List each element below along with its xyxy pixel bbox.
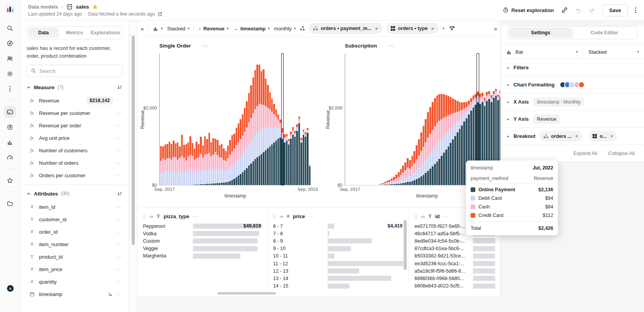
filter-add-icon[interactable] (449, 25, 455, 32)
bar[interactable] (273, 54, 275, 185)
section-header-measure[interactable]: Measure(7) (26, 80, 122, 94)
bar[interactable] (398, 54, 400, 185)
sort-icon[interactable] (117, 191, 122, 196)
quickviz-row[interactable]: 97325783-f5c4-5ce... (415, 290, 495, 290)
viz-type-dropdown[interactable]: Bar ▾ (501, 45, 583, 59)
bar[interactable] (292, 54, 294, 185)
bar[interactable] (267, 54, 268, 185)
bar[interactable] (452, 54, 454, 185)
bar[interactable] (261, 54, 262, 185)
bar[interactable] (236, 54, 237, 185)
quickviz-row[interactable]: 14 - 15 (273, 282, 403, 290)
field-item-number-of-customers[interactable]: fxNumber of customers··· (26, 144, 122, 157)
bar[interactable] (391, 54, 393, 185)
bar[interactable] (450, 54, 452, 185)
reset-exploration-button[interactable]: Reset exploration (503, 7, 554, 13)
disclosure-triangle-icon[interactable]: ▸ (507, 65, 509, 70)
bar[interactable] (198, 54, 199, 185)
bar[interactable] (454, 54, 456, 185)
bar[interactable] (160, 54, 162, 185)
search-input[interactable]: Search (26, 65, 122, 77)
section-breakout[interactable]: ▸ Breakout orders ... × o... × (501, 127, 644, 145)
bar[interactable] (179, 54, 180, 185)
price-scrollbar-thumb[interactable] (404, 220, 407, 270)
x-axis-chip[interactable]: timestamp : Monthly (533, 97, 584, 107)
quickviz-row[interactable]: 15 - 16 (273, 290, 403, 290)
bar[interactable] (171, 54, 172, 185)
highlighted-bar[interactable] (282, 54, 283, 185)
field-more-icon[interactable]: ··· (116, 135, 122, 141)
field-more-icon[interactable]: ··· (116, 266, 122, 272)
expand-panel-icon[interactable]: » (494, 25, 497, 32)
bar[interactable] (259, 54, 260, 185)
bar[interactable] (443, 54, 445, 185)
breakout-add-icon[interactable] (300, 26, 305, 31)
bar[interactable] (411, 54, 413, 185)
bar[interactable] (409, 54, 411, 185)
refresh-icon[interactable] (157, 12, 162, 17)
bar[interactable] (357, 54, 359, 185)
close-icon[interactable]: × (431, 26, 434, 32)
collapse-panel-icon[interactable]: « (141, 25, 144, 32)
field-more-icon[interactable]: ··· (116, 98, 122, 104)
field-item-quantity[interactable]: #quantity··· (26, 275, 122, 288)
bar[interactable] (382, 54, 384, 185)
section-y-axis[interactable]: ▸ Y Axis Revenue (501, 110, 644, 127)
bar[interactable] (212, 54, 214, 185)
bar[interactable] (307, 54, 308, 185)
date-hierarchy-icon[interactable] (108, 292, 113, 297)
y-axis-chip[interactable]: Revenue (533, 115, 560, 124)
disclosure-triangle-icon[interactable]: ▸ (507, 117, 509, 121)
disclosure-triangle-icon[interactable]: ▸ (507, 100, 509, 104)
section-x-axis[interactable]: ▸ X Axis timestamp : Monthly (501, 93, 644, 110)
bar[interactable] (200, 54, 201, 185)
bar[interactable] (242, 54, 243, 185)
field-more-icon[interactable]: ··· (116, 229, 122, 235)
bar[interactable] (208, 54, 210, 185)
compass-icon[interactable] (4, 37, 16, 49)
bar[interactable] (286, 54, 288, 185)
field-item-revenue-per-customer[interactable]: fxRevenue per customer··· (26, 107, 122, 119)
field-item-revenue[interactable]: fxRevenue$218,142··· (26, 94, 122, 107)
drag-handle-icon[interactable] (273, 214, 276, 219)
bar[interactable] (384, 54, 386, 185)
bar[interactable] (275, 54, 277, 185)
bar[interactable] (413, 54, 415, 185)
bar[interactable] (379, 54, 381, 185)
bar[interactable] (429, 54, 431, 185)
user-avatar[interactable]: A (7, 285, 14, 292)
bar[interactable] (279, 54, 281, 185)
bar[interactable] (352, 54, 354, 185)
bar[interactable] (277, 54, 279, 185)
bar[interactable] (448, 54, 450, 185)
bar[interactable] (395, 54, 397, 185)
gauge-icon[interactable] (4, 152, 16, 163)
bar[interactable] (368, 54, 370, 185)
header-more-icon[interactable] (635, 7, 636, 13)
bar[interactable] (359, 54, 361, 185)
bar[interactable] (377, 54, 379, 185)
bar[interactable] (177, 54, 178, 185)
close-icon[interactable]: × (375, 26, 378, 32)
bar[interactable] (196, 54, 197, 185)
field-more-icon[interactable]: ··· (116, 123, 122, 129)
tab-explorations[interactable]: Explorations (90, 28, 121, 38)
field-item-customer_id[interactable]: Tcustomer_id··· (26, 213, 122, 226)
close-icon[interactable]: × (575, 133, 578, 139)
quickviz-row[interactable]: Veggie (143, 245, 262, 252)
quickviz-menu-icon[interactable]: ··· (443, 213, 450, 219)
sort-icon[interactable] (117, 85, 122, 90)
field-more-icon[interactable]: ··· (116, 217, 122, 222)
field-item-item_id[interactable]: #item_id··· (26, 201, 122, 213)
bar[interactable] (407, 54, 409, 185)
field-item-number-of-orders[interactable]: fxNumber of orders··· (26, 157, 122, 169)
bar[interactable] (221, 54, 222, 185)
bar[interactable] (166, 54, 168, 185)
bar[interactable] (189, 54, 191, 185)
bar[interactable] (445, 54, 447, 185)
bar[interactable] (348, 54, 350, 185)
bar[interactable] (290, 54, 291, 185)
bar[interactable] (366, 54, 368, 185)
quickviz-row[interactable]: Custom (143, 237, 262, 245)
bar[interactable] (219, 54, 221, 185)
